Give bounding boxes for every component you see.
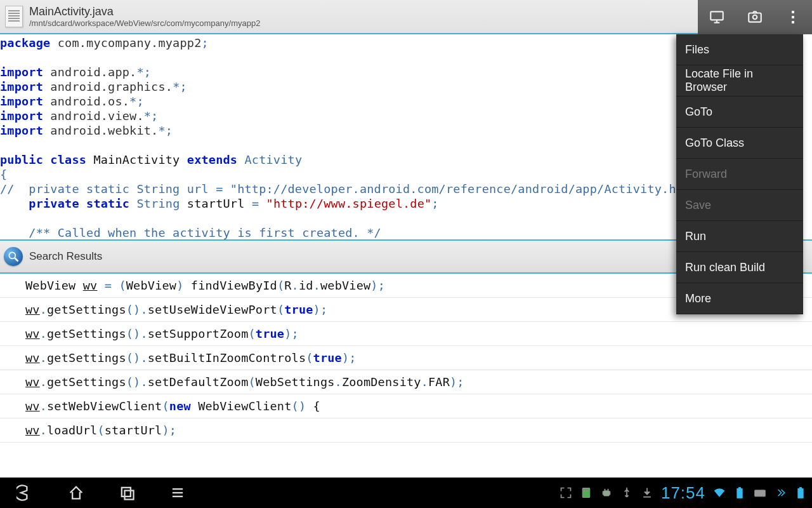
recent-apps-button[interactable] xyxy=(102,478,152,508)
result-item[interactable]: wv.getSettings().setDefaultZoom(WebSetti… xyxy=(0,370,812,394)
battery2-icon xyxy=(794,486,807,499)
menu-item-forward: Forward xyxy=(676,159,803,190)
clock: 17:54 xyxy=(661,483,705,503)
android-icon xyxy=(600,486,613,499)
svg-rect-0 xyxy=(710,11,723,20)
svg-rect-23 xyxy=(755,490,766,497)
toolbar-right xyxy=(698,0,812,34)
menu-item-save: Save xyxy=(676,190,803,221)
menu-item-locate[interactable]: Locate File in Browser xyxy=(676,65,803,97)
search-icon xyxy=(4,247,23,266)
battery-icon xyxy=(733,486,746,499)
svg-point-5 xyxy=(9,252,15,258)
monitor-icon[interactable] xyxy=(698,0,736,34)
system-navbar: 17:54 xyxy=(0,478,812,508)
file-icon xyxy=(5,6,23,27)
camera-search-icon[interactable] xyxy=(736,0,774,34)
titlebar: MainActivity.java /mnt/sdcard/workspace/… xyxy=(0,0,812,34)
svg-line-6 xyxy=(15,258,18,262)
home-button[interactable] xyxy=(51,478,102,508)
svg-rect-24 xyxy=(798,488,803,498)
search-results-label: Search Results xyxy=(29,250,102,263)
result-item[interactable]: wv.loadUrl(startUrl); xyxy=(0,418,812,443)
svg-rect-14 xyxy=(585,489,586,491)
status-tray[interactable]: 17:54 xyxy=(560,483,812,503)
usb-icon xyxy=(620,486,633,499)
expand-icon xyxy=(774,486,787,499)
overflow-menu-icon[interactable] xyxy=(774,0,812,34)
menu-item-goto-class[interactable]: GoTo Class xyxy=(676,128,803,159)
result-item[interactable]: wv.getSettings().setBuiltInZoomControls(… xyxy=(0,346,812,370)
download-icon xyxy=(641,486,653,499)
svg-point-17 xyxy=(605,489,606,490)
file-title: MainActivity.java xyxy=(29,5,260,18)
menu-item-files[interactable]: Files xyxy=(676,34,803,65)
svg-rect-25 xyxy=(799,488,801,489)
svg-rect-7 xyxy=(122,488,131,497)
sdcard-icon xyxy=(580,486,593,499)
menu-button[interactable] xyxy=(152,478,203,508)
svg-rect-8 xyxy=(125,491,134,500)
wifi-icon xyxy=(713,486,726,499)
svg-rect-19 xyxy=(603,491,604,495)
svg-rect-20 xyxy=(609,491,610,495)
svg-rect-15 xyxy=(587,489,588,491)
svg-rect-22 xyxy=(738,488,740,489)
file-path: /mnt/sdcard/workspace/WebView/src/com/my… xyxy=(29,18,260,28)
overflow-menu: Files Locate File in Browser GoTo GoTo C… xyxy=(676,34,803,314)
svg-rect-16 xyxy=(604,491,609,496)
svg-rect-13 xyxy=(584,489,585,491)
svg-rect-21 xyxy=(737,488,742,498)
svg-point-18 xyxy=(608,489,609,490)
title-texts: MainActivity.java /mnt/sdcard/workspace/… xyxy=(29,5,260,28)
svg-point-4 xyxy=(753,15,757,20)
fullscreen-icon xyxy=(560,486,572,499)
svg-rect-3 xyxy=(749,13,761,22)
keyboard-icon xyxy=(754,486,766,499)
result-item[interactable]: wv.getSettings().setSupportZoom(true); xyxy=(0,322,812,346)
back-button[interactable] xyxy=(0,478,51,508)
menu-item-goto[interactable]: GoTo xyxy=(676,97,803,128)
menu-item-run[interactable]: Run xyxy=(676,221,803,252)
menu-item-run-clean[interactable]: Run clean Build xyxy=(676,252,803,283)
result-item[interactable]: wv.setWebViewClient(new WebViewClient() … xyxy=(0,394,812,418)
menu-item-more[interactable]: More xyxy=(676,283,803,314)
